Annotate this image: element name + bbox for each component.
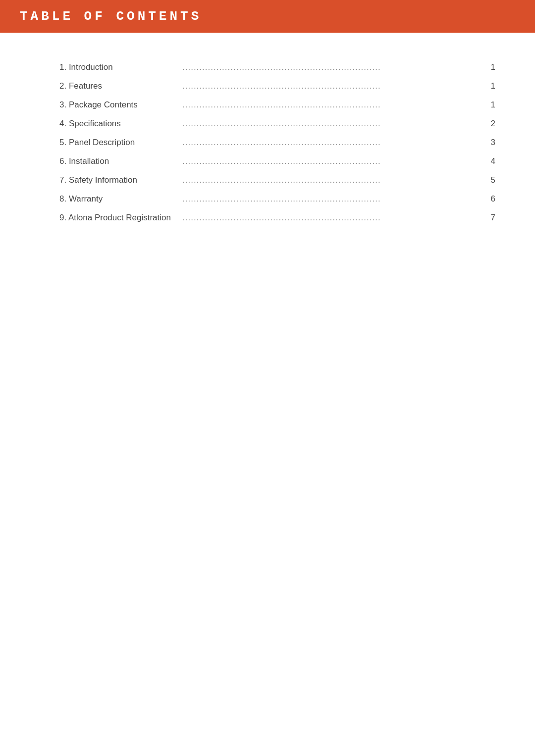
toc-item: 1. Introduction.........................… (59, 62, 495, 72)
toc-dots: ........................................… (178, 100, 481, 110)
toc-page: 7 (481, 213, 495, 223)
toc-page: 1 (481, 81, 495, 91)
toc-page: 5 (481, 175, 495, 185)
toc-page: 3 (481, 138, 495, 148)
header-bar: TABLE OF CONTENTS (0, 0, 535, 33)
toc-page: 6 (481, 194, 495, 204)
toc-label: 5. Panel Description (59, 138, 178, 148)
toc-page: 1 (481, 62, 495, 72)
toc-dots: ........................................… (178, 175, 481, 185)
toc-label: 1. Introduction (59, 62, 178, 72)
page-title: TABLE OF CONTENTS (20, 9, 202, 24)
toc-label: 7. Safety Information (59, 175, 178, 185)
toc-item: 8. Warranty.............................… (59, 194, 495, 204)
toc-dots: ........................................… (178, 138, 481, 148)
toc-dots: ........................................… (178, 194, 481, 204)
toc-page: 1 (481, 100, 495, 110)
toc-label: 3. Package Contents (59, 100, 178, 110)
toc-dots: ........................................… (178, 119, 481, 129)
toc-dots: ........................................… (178, 81, 481, 91)
toc-label: 9. Atlona Product Registration (59, 213, 178, 223)
toc-label: 8. Warranty (59, 194, 178, 204)
toc-item: 9. Atlona Product Registration..........… (59, 213, 495, 223)
toc-dots: ........................................… (178, 213, 481, 223)
toc-item: 3. Package Contents.....................… (59, 100, 495, 110)
toc-item: 6. Installation.........................… (59, 156, 495, 166)
toc-dots: ........................................… (178, 156, 481, 166)
toc-item: 2. Features.............................… (59, 81, 495, 91)
toc-label: 4. Specifications (59, 119, 178, 129)
toc-label: 2. Features (59, 81, 178, 91)
toc-page: 4 (481, 156, 495, 166)
toc-item: 7. Safety Information...................… (59, 175, 495, 185)
toc-container: 1. Introduction.........................… (0, 52, 535, 252)
toc-page: 2 (481, 119, 495, 129)
toc-item: 5. Panel Description....................… (59, 138, 495, 148)
toc-dots: ........................................… (178, 62, 481, 72)
toc-label: 6. Installation (59, 156, 178, 166)
toc-item: 4. Specifications.......................… (59, 119, 495, 129)
